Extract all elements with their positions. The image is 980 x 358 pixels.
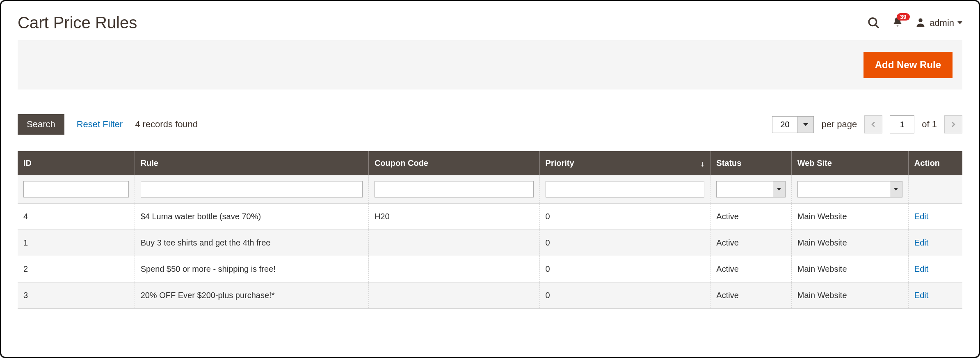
column-header-rule[interactable]: Rule xyxy=(135,151,368,175)
per-page-select[interactable]: 20 xyxy=(772,116,814,133)
cell-id: 3 xyxy=(18,282,135,309)
cell-rule: Spend $50 or more - shipping is free! xyxy=(135,256,368,282)
table-row[interactable]: 2 Spend $50 or more - shipping is free! … xyxy=(18,256,962,282)
prev-page-button[interactable] xyxy=(864,115,882,133)
user-icon xyxy=(915,16,926,30)
cell-coupon xyxy=(368,256,539,282)
per-page-label: per page xyxy=(821,119,857,130)
page-total-label: of 1 xyxy=(922,119,937,130)
filter-status-select[interactable] xyxy=(716,181,785,197)
cell-website: Main Website xyxy=(791,282,908,309)
cell-rule: 20% OFF Ever $200-plus purchase!* xyxy=(135,282,368,309)
notifications-button[interactable]: 39 xyxy=(892,16,903,30)
column-header-coupon[interactable]: Coupon Code xyxy=(368,151,539,175)
filter-coupon-input[interactable] xyxy=(375,181,534,197)
cell-website: Main Website xyxy=(791,204,908,230)
filter-rule-input[interactable] xyxy=(141,181,363,197)
grid-controls: Search Reset Filter 4 records found 20 p… xyxy=(18,90,962,147)
svg-point-0 xyxy=(869,18,877,26)
page-number-input[interactable] xyxy=(890,115,914,133)
cell-status: Active xyxy=(710,282,791,309)
edit-link[interactable]: Edit xyxy=(914,291,928,300)
chevron-down-icon xyxy=(773,181,785,197)
reset-filter-link[interactable]: Reset Filter xyxy=(77,119,123,130)
cell-priority: 0 xyxy=(539,230,710,256)
sort-descending-icon: ↓ xyxy=(700,158,704,168)
per-page-value: 20 xyxy=(772,117,797,133)
next-page-button[interactable] xyxy=(944,115,962,133)
records-found-label: 4 records found xyxy=(135,119,198,130)
chevron-down-icon xyxy=(890,181,902,197)
cell-website: Main Website xyxy=(791,230,908,256)
cell-id: 2 xyxy=(18,256,135,282)
add-new-rule-button[interactable]: Add New Rule xyxy=(863,52,953,78)
column-header-status[interactable]: Status xyxy=(710,151,791,175)
cell-id: 4 xyxy=(18,204,135,230)
column-header-priority-label: Priority xyxy=(546,158,574,168)
cell-coupon xyxy=(368,282,539,309)
edit-link[interactable]: Edit xyxy=(914,264,928,273)
user-menu[interactable]: admin xyxy=(915,16,962,30)
cell-coupon xyxy=(368,230,539,256)
cell-id: 1 xyxy=(18,230,135,256)
filter-website-select[interactable] xyxy=(797,181,902,197)
cell-status: Active xyxy=(710,204,791,230)
filter-id-input[interactable] xyxy=(23,181,129,197)
svg-point-2 xyxy=(918,18,922,22)
edit-link[interactable]: Edit xyxy=(914,212,928,221)
edit-link[interactable]: Edit xyxy=(914,238,928,247)
column-header-action: Action xyxy=(908,151,962,175)
cell-rule: $4 Luma water bottle (save 70%) xyxy=(135,204,368,230)
table-row[interactable]: 3 20% OFF Ever $200-plus purchase!* 0 Ac… xyxy=(18,282,962,309)
chevron-down-icon xyxy=(797,117,813,133)
rules-grid: ID Rule Coupon Code Priority↓ Status Web… xyxy=(18,151,962,309)
cell-coupon: H20 xyxy=(368,204,539,230)
user-name-label: admin xyxy=(930,18,954,28)
table-row[interactable]: 4 $4 Luma water bottle (save 70%) H20 0 … xyxy=(18,204,962,230)
chevron-down-icon xyxy=(957,21,962,24)
filter-row xyxy=(18,175,962,204)
svg-line-1 xyxy=(875,25,879,28)
column-header-priority[interactable]: Priority↓ xyxy=(539,151,710,175)
action-toolbar: Add New Rule xyxy=(18,40,962,90)
header-actions: 39 admin xyxy=(867,16,962,30)
cell-status: Active xyxy=(710,256,791,282)
search-button[interactable]: Search xyxy=(18,114,64,135)
cell-rule: Buy 3 tee shirts and get the 4th free xyxy=(135,230,368,256)
notification-badge: 39 xyxy=(897,13,910,21)
page-title: Cart Price Rules xyxy=(18,14,137,32)
cell-priority: 0 xyxy=(539,256,710,282)
cell-priority: 0 xyxy=(539,204,710,230)
cell-website: Main Website xyxy=(791,256,908,282)
cell-status: Active xyxy=(710,230,791,256)
filter-priority-input[interactable] xyxy=(546,181,705,197)
cell-priority: 0 xyxy=(539,282,710,309)
column-header-website[interactable]: Web Site xyxy=(791,151,908,175)
table-row[interactable]: 1 Buy 3 tee shirts and get the 4th free … xyxy=(18,230,962,256)
column-header-id[interactable]: ID xyxy=(18,151,135,175)
search-icon[interactable] xyxy=(867,16,880,30)
